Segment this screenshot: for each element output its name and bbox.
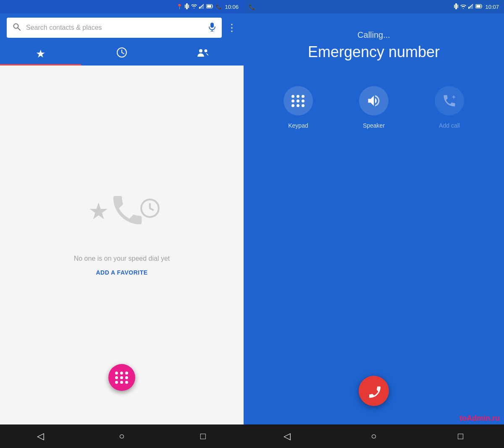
svg-rect-28 <box>472 4 473 9</box>
star-tab-icon: ★ <box>36 47 45 60</box>
search-placeholder: Search contacts & places <box>26 24 203 31</box>
svg-rect-30 <box>476 5 480 8</box>
add-call-icon-container: + <box>435 86 464 115</box>
speaker-label: Speaker <box>363 122 385 129</box>
empty-clock-icon <box>139 198 160 220</box>
svg-rect-0 <box>186 3 188 9</box>
vibrate-icon <box>185 3 189 10</box>
svg-rect-8 <box>207 5 211 8</box>
keypad-icon-container <box>284 86 313 115</box>
svg-rect-5 <box>202 5 202 9</box>
svg-rect-2 <box>188 5 189 8</box>
svg-point-18 <box>205 50 207 52</box>
svg-rect-27 <box>471 5 472 9</box>
calling-name: Emergency number <box>308 43 440 61</box>
svg-line-16 <box>122 52 124 54</box>
status-time-right: 10:07 <box>485 4 499 10</box>
battery-icon-right <box>475 3 483 10</box>
search-input-container[interactable]: Search contacts & places <box>7 18 222 38</box>
location-icon: 📍 <box>176 4 183 10</box>
main-content-area: ★ No one is on your speed dial yet ADD A… <box>0 65 244 424</box>
svg-rect-4 <box>200 6 201 9</box>
more-options-icon[interactable]: ⋮ <box>227 22 237 34</box>
contacts-tab-icon <box>197 47 209 60</box>
svg-rect-24 <box>457 5 458 8</box>
empty-state-message: No one is on your speed dial yet <box>74 255 170 262</box>
svg-text:+: + <box>452 93 456 100</box>
watermark: toAdmin.ru <box>459 414 500 423</box>
search-bar: Search contacts & places ⋮ <box>0 13 244 42</box>
svg-rect-26 <box>470 6 470 9</box>
keypad-action[interactable]: Keypad <box>284 86 313 129</box>
mic-icon[interactable] <box>208 22 216 34</box>
status-time-left: 10:06 <box>225 4 239 10</box>
svg-line-10 <box>18 28 21 30</box>
search-icon <box>13 23 21 33</box>
recents-button-right[interactable]: □ <box>448 428 473 445</box>
back-button-right[interactable]: ◁ <box>274 428 299 445</box>
no-signal-icon-right <box>468 3 473 10</box>
tabs-bar: ★ <box>0 42 244 65</box>
phone-status-icon: 📞 <box>216 4 222 10</box>
status-icons-left: 📍 📞 <box>176 3 222 10</box>
battery-icon <box>206 4 214 10</box>
tab-favorites[interactable]: ★ <box>0 42 81 65</box>
vibrate-icon-right <box>454 3 458 10</box>
status-bar-right: 📞 10:07 <box>244 0 504 13</box>
recents-button-left[interactable]: □ <box>190 428 215 445</box>
add-call-action: + Add call <box>435 86 464 129</box>
bottom-nav-left: ◁ ○ □ <box>0 424 244 448</box>
back-button-left[interactable]: ◁ <box>28 428 53 445</box>
svg-point-17 <box>199 49 202 52</box>
status-icons-right: 📞 <box>249 4 255 10</box>
left-panel: 📍 📞 10:06 Se <box>0 0 244 448</box>
wifi-icon-right <box>460 3 466 10</box>
svg-line-21 <box>150 208 153 210</box>
add-favorite-button[interactable]: ADD A FAVORITE <box>96 269 147 276</box>
svg-rect-6 <box>203 4 204 9</box>
home-button-left[interactable]: ○ <box>109 428 134 445</box>
tab-recents[interactable] <box>81 42 162 65</box>
svg-rect-1 <box>185 5 186 8</box>
right-panel: 📞 10:07 Calling... Emergency number <box>244 0 504 448</box>
add-call-label: Add call <box>439 122 460 129</box>
speaker-action[interactable]: Speaker <box>359 86 388 129</box>
tab-contacts[interactable] <box>163 42 244 65</box>
call-actions: Keypad Speaker + Add call <box>244 61 504 137</box>
calling-label: Calling... <box>357 30 390 40</box>
svg-rect-11 <box>210 23 214 28</box>
empty-icon-container: ★ <box>80 181 164 248</box>
no-signal-icon <box>199 4 204 10</box>
wifi-icon <box>191 4 197 9</box>
empty-state: ★ No one is on your speed dial yet ADD A… <box>74 181 170 276</box>
speaker-icon-container <box>359 86 388 115</box>
status-bar-left: 📍 📞 10:06 <box>0 0 244 13</box>
fab-dialpad-button[interactable] <box>108 364 135 391</box>
svg-rect-3 <box>199 7 200 9</box>
bottom-nav-right: ◁ ○ □ <box>244 424 504 448</box>
empty-star-icon: ★ <box>88 198 109 225</box>
fab-dialpad-icon <box>115 372 129 384</box>
phone-call-status-icon: 📞 <box>249 4 255 10</box>
home-button-right[interactable]: ○ <box>361 428 386 445</box>
clock-tab-icon <box>116 47 127 60</box>
end-call-icon <box>362 379 386 403</box>
svg-rect-25 <box>468 7 469 9</box>
svg-rect-22 <box>455 3 457 9</box>
keypad-label: Keypad <box>288 122 308 129</box>
svg-rect-23 <box>454 5 455 8</box>
end-call-button[interactable] <box>359 376 389 406</box>
